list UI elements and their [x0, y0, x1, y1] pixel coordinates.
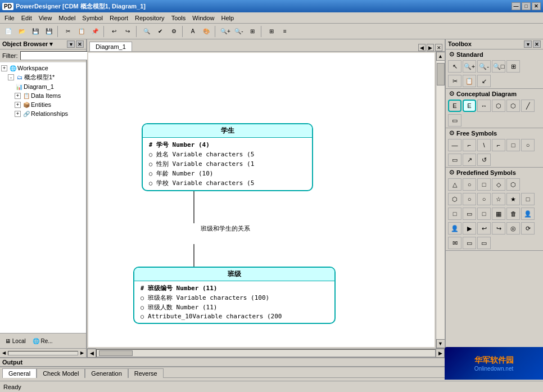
- scroll-right[interactable]: ▶: [78, 349, 86, 357]
- tb-star2[interactable]: ★: [506, 193, 520, 205]
- data-items-expand[interactable]: +: [15, 93, 21, 99]
- toolbar-zoom-out[interactable]: 🔍-: [233, 25, 245, 38]
- toolbar-new[interactable]: 📄: [2, 25, 15, 38]
- scroll-thumb-v[interactable]: [437, 63, 445, 85]
- toolbar-font[interactable]: A: [187, 25, 199, 38]
- toolbar-open[interactable]: 📂: [16, 25, 28, 38]
- workspace-expand[interactable]: +: [1, 65, 7, 71]
- tree-workspace[interactable]: + 🌐 Workspace: [1, 64, 85, 73]
- tb-relationship[interactable]: ↔: [477, 100, 491, 112]
- tb-wave[interactable]: ↗: [463, 154, 476, 166]
- tb-copy[interactable]: 📋: [463, 75, 476, 87]
- scroll-left-btn[interactable]: ◀: [87, 349, 96, 358]
- toolbar-redo[interactable]: ↪: [121, 25, 134, 38]
- maximize-button[interactable]: □: [522, 2, 531, 10]
- tb-oval2[interactable]: ○: [477, 193, 491, 205]
- tb-spiral[interactable]: ↺: [477, 154, 491, 166]
- toolbar-color[interactable]: 🎨: [200, 25, 212, 38]
- tb-line[interactable]: —: [448, 139, 461, 151]
- tb-star1[interactable]: ☆: [492, 193, 505, 205]
- tb-person2[interactable]: 👤: [448, 222, 461, 235]
- tab-close[interactable]: ✕: [435, 44, 442, 51]
- toolbar-undo[interactable]: ↩: [108, 25, 120, 38]
- tb-inherit1[interactable]: ⬡: [492, 100, 505, 112]
- tb-arrow1[interactable]: ▶: [463, 222, 476, 235]
- menu-symbol[interactable]: Symbol: [79, 13, 106, 22]
- tb-arrow2[interactable]: ↩: [477, 222, 491, 235]
- toolbar-align[interactable]: ≡: [279, 25, 291, 38]
- scroll-down-btn[interactable]: ▼: [436, 339, 445, 348]
- tb-zoom-plus[interactable]: 🔍+: [463, 60, 476, 73]
- menu-tools[interactable]: Tools: [168, 13, 189, 22]
- tb-table-icon[interactable]: ▦: [492, 208, 505, 220]
- tb-corner[interactable]: ⌐: [492, 139, 505, 151]
- toolbox-conceptual-header[interactable]: ⊙ Conceptual Diagram: [446, 89, 543, 98]
- tree-model[interactable]: - 🗂 概念模型1*: [1, 73, 85, 82]
- tree-diagram[interactable]: 📊 Diagram_1: [1, 82, 85, 91]
- tab-nav-right[interactable]: ▶: [427, 44, 434, 51]
- toolbar-fit[interactable]: ⊞: [246, 25, 259, 38]
- tb-mail[interactable]: ✉: [448, 237, 461, 249]
- menu-window[interactable]: Window: [189, 13, 218, 22]
- tb-paste-right[interactable]: ↙: [477, 75, 491, 87]
- tb-refresh[interactable]: ⟳: [521, 222, 535, 235]
- toolbar-check[interactable]: ✔: [154, 25, 166, 38]
- tb-rect6[interactable]: ▭: [463, 237, 476, 249]
- tb-diamond[interactable]: ◇: [492, 178, 505, 191]
- object-browser-close[interactable]: ✕: [76, 40, 84, 48]
- close-button[interactable]: ✕: [532, 2, 541, 10]
- relationship-label[interactable]: 班级和学生的关系: [201, 224, 250, 233]
- tb-zoom-fit1[interactable]: 🔍□: [492, 60, 505, 73]
- tb-rect[interactable]: □: [506, 139, 520, 151]
- local-tab[interactable]: 🖥 Local: [2, 335, 29, 347]
- tb-oval[interactable]: ○: [463, 193, 476, 205]
- tab-general[interactable]: General: [2, 368, 37, 378]
- menu-repository[interactable]: Repository: [132, 13, 168, 22]
- toolbox-pin[interactable]: ▾: [524, 40, 532, 48]
- relationships-expand[interactable]: +: [15, 111, 21, 117]
- scroll-up-btn[interactable]: ▲: [436, 52, 445, 61]
- tb-hex1[interactable]: ⬡: [506, 178, 520, 191]
- entities-expand[interactable]: +: [15, 102, 21, 108]
- tab-reverse[interactable]: Reverse: [128, 368, 164, 378]
- tb-person1[interactable]: 👤: [521, 208, 535, 220]
- tb-trash[interactable]: 🗑: [506, 208, 520, 220]
- tb-zoom-minus[interactable]: 🔍-: [477, 60, 491, 73]
- tree-relationships[interactable]: + 🔗 Relationships: [1, 109, 85, 118]
- tb-rect3[interactable]: □: [448, 208, 461, 220]
- toolbar-save-all[interactable]: 💾: [43, 25, 55, 38]
- tb-rounded-rect[interactable]: ▭: [448, 154, 461, 166]
- tb-hex2[interactable]: ⬡: [448, 193, 461, 205]
- tb-cut[interactable]: ✂: [448, 75, 461, 87]
- menu-model[interactable]: Model: [55, 13, 79, 22]
- tb-arc[interactable]: ⌐: [463, 139, 476, 151]
- toolbar-grid[interactable]: ⊞: [265, 25, 278, 38]
- tb-rect2[interactable]: □: [521, 193, 535, 205]
- scroll-right-btn[interactable]: ▶: [436, 349, 445, 358]
- tree-entities[interactable]: + 📦 Entities: [1, 100, 85, 109]
- tb-triangle[interactable]: △: [448, 178, 461, 191]
- vertical-scrollbar[interactable]: ▲ ▼: [436, 52, 445, 348]
- tb-ellipse[interactable]: ○: [521, 139, 535, 151]
- remote-tab[interactable]: 🌐 Re...: [30, 335, 56, 347]
- toolbar-find[interactable]: 🔍: [141, 25, 153, 38]
- toolbar-generate[interactable]: ⚙: [168, 25, 180, 38]
- tb-ring[interactable]: ◎: [506, 222, 520, 235]
- tb-square[interactable]: □: [477, 178, 491, 191]
- toolbar-cut[interactable]: ✂: [62, 25, 74, 38]
- tb-inherit2[interactable]: ⬡: [506, 100, 520, 112]
- toolbox-predefined-header[interactable]: ⊙ Predefined Symbols: [446, 168, 543, 177]
- toolbar-zoom-in[interactable]: 🔍+: [219, 25, 232, 38]
- scroll-track-h[interactable]: [96, 349, 436, 357]
- menu-view[interactable]: View: [35, 13, 56, 22]
- toolbox-close[interactable]: ✕: [533, 40, 541, 48]
- menu-edit[interactable]: Edit: [18, 13, 35, 22]
- diagram-canvas[interactable]: 学生 # 学号 Number (4) ○ 姓名 Variable charact…: [88, 53, 435, 347]
- diagram-tab[interactable]: Diagram_1: [89, 42, 132, 51]
- tab-check-model[interactable]: Check Model: [37, 368, 85, 378]
- toolbar-copy[interactable]: 📋: [75, 25, 88, 38]
- menu-help[interactable]: Help: [218, 13, 237, 22]
- tb-arrow3[interactable]: ↪: [492, 222, 505, 235]
- tb-assoc[interactable]: ▭: [448, 114, 461, 127]
- tb-rect4[interactable]: ▭: [463, 208, 476, 220]
